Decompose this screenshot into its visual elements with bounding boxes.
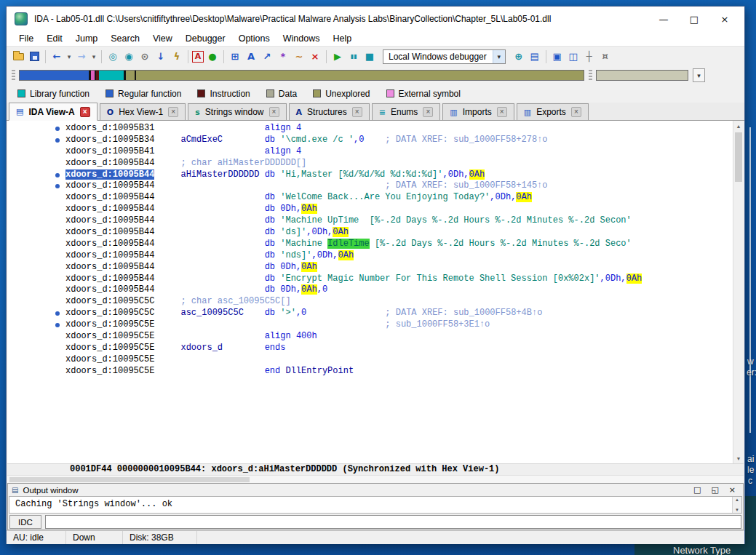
tab-close-icon[interactable]: × [168,107,178,117]
asm-address: xdoors_d:10095B44 [65,204,154,214]
navigation-band[interactable] [19,70,584,81]
undock-output-button[interactable]: ◱ [711,485,718,495]
search-binary-icon[interactable]: ◉ [122,49,136,64]
asm-line[interactable]: xdoors_d:10095C5E end DllEntryPoint [7,366,744,378]
band-dropdown-icon[interactable]: ▾ [693,68,705,82]
scroll-up-icon[interactable]: ▲ [735,498,739,502]
tab-ida-view-a[interactable]: ▤IDA View-A× [9,103,98,121]
idc-button[interactable]: IDC [9,515,41,529]
start-process-icon[interactable]: ▶ [330,49,345,64]
open-subviews-icon[interactable]: ▣ [550,49,565,64]
navigation-band-overview[interactable] [596,70,688,81]
delete-function-icon[interactable]: × [308,49,322,64]
asm-line[interactable]: xdoors_d:10095B44 db 0Dh,0Ah,0 [7,284,744,296]
navigate-back-dropdown-icon[interactable]: ▾ [65,49,73,64]
tab-close-icon[interactable]: × [571,107,581,117]
colors-icon[interactable]: ● [205,49,220,64]
menu-item-debugger[interactable]: Debugger [179,32,232,45]
attach-process-icon[interactable]: ⊕ [512,49,526,64]
tab-close-icon[interactable]: × [497,107,507,117]
asm-line[interactable]: xdoors_d:10095B44 db 'WelCome Back...Are… [7,192,744,204]
tab-hex-view-1[interactable]: OHex View-1× [100,103,186,120]
stop-process-icon[interactable]: ■ [362,49,377,64]
tab-enums[interactable]: ≡Enums× [372,103,441,120]
create-mark-icon[interactable]: * [276,49,290,64]
maximize-button[interactable]: □ [679,9,709,29]
tab-close-icon[interactable]: × [423,107,433,117]
command-input[interactable] [45,515,741,529]
combo-dropdown-icon[interactable]: ▾ [493,50,505,63]
menu-item-help[interactable]: Help [326,32,358,45]
asm-line[interactable]: xdoors_d:10095B41 align 4 [7,146,744,158]
maximize-output-button[interactable]: □ [693,485,701,495]
asm-line[interactable]: xdoors_d:10095B44 db 0Dh,0Ah [7,204,744,215]
asm-line[interactable]: xdoors_d:10095B44 db 'Encrypt Magic Numb… [7,273,744,285]
asm-line[interactable]: xdoors_d:10095B44 db 'nds]',0Dh,0Ah [7,250,744,262]
graph-view-icon[interactable]: ┼ [582,49,597,64]
scrollbar-thumb[interactable] [9,477,250,482]
take-snapshot-icon[interactable]: ▤ [528,49,542,64]
output-log[interactable]: Caching 'Strings window'... ok ▲ ▼ [9,496,742,514]
listing-vertical-scrollbar[interactable]: ▲ ▼ [733,121,744,463]
jump-next-icon[interactable]: ↓ [154,49,168,64]
options-icon[interactable]: ¤ [598,49,613,64]
navigate-forward-icon[interactable]: → [74,49,89,64]
tab-exports[interactable]: ▥Exports× [517,103,589,120]
patch-bytes-icon[interactable]: ~ [292,49,306,64]
output-scrollbar[interactable]: ▲ ▼ [732,497,741,513]
pause-process-icon[interactable]: ▮▮ [346,49,361,64]
save-file-icon[interactable] [27,49,41,64]
asm-line[interactable]: xdoors_d:10095B34 aCmdExeC db '\cmd.exe … [7,135,744,146]
asm-line[interactable]: xdoors_d:10095B44 db 0Dh,0Ah [7,262,744,273]
menu-item-file[interactable]: File [12,32,40,45]
disassembly-view[interactable]: xdoors_d:10095B31 align 4xdoors_d:10095B… [7,121,744,463]
drag-handle[interactable] [589,70,592,81]
asm-line[interactable]: xdoors_d:10095C5E ; sub_1000FF58+3E1↑o [7,319,744,331]
menu-item-view[interactable]: View [146,32,179,45]
scroll-up-icon[interactable]: ▲ [733,121,744,131]
menu-item-jump[interactable]: Jump [69,32,105,45]
create-segment-icon[interactable]: ⊞ [228,49,242,64]
asm-line[interactable]: xdoors_d:10095B31 align 4 [7,123,744,135]
open-file-icon[interactable] [11,49,25,64]
listing-horizontal-scrollbar[interactable] [7,475,744,483]
asm-line[interactable]: xdoors_d:10095B44 ; DATA XREF: sub_1000F… [7,180,744,192]
debugger-selector[interactable]: Local Windows debugger▾ [383,49,506,64]
menu-item-search[interactable]: Search [104,32,146,45]
navigate-back-icon[interactable]: ← [49,49,64,64]
scroll-down-icon[interactable]: ▼ [733,453,744,463]
tab-close-icon[interactable]: × [80,107,90,117]
menu-item-options[interactable]: Options [232,32,276,45]
tab-close-icon[interactable]: × [269,107,279,117]
asm-line[interactable]: xdoors_d:10095B44 db 'Machine UpTime [%-… [7,215,744,227]
asm-line[interactable]: xdoors_d:10095B44 ; char aHiMasterDDDDDD… [7,158,744,169]
search-text-icon[interactable]: ⊙ [138,49,152,64]
tile-windows-icon[interactable]: ◫ [566,49,581,64]
minimize-button[interactable]: — [648,9,679,29]
navigate-forward-dropdown-icon[interactable]: ▾ [90,49,98,64]
asm-line[interactable]: xdoors_d:10095C5E align 400h [7,331,744,343]
create-xref-icon[interactable]: ↗ [260,49,274,64]
asm-line[interactable]: xdoors_d:10095B44 db 'ds]',0Dh,0Ah [7,227,744,239]
drag-handle[interactable] [12,70,15,81]
asm-line[interactable]: xdoors_d:10095B44 db 'Machine IdleTime [… [7,239,744,250]
tab-imports[interactable]: ▥Imports× [442,103,514,120]
flashlight-icon[interactable]: ϟ [170,49,184,64]
asm-line[interactable]: xdoors_d:10095B44 aHiMasterDDDDDD db 'Hi… [7,169,744,181]
jump-to-address-icon[interactable]: ◎ [106,49,120,64]
tab-strings-window[interactable]: sStrings window× [188,103,286,120]
close-button[interactable]: × [709,9,740,29]
create-string-icon[interactable]: A [244,49,258,64]
tab-close-icon[interactable]: × [352,107,362,117]
asm-line[interactable]: xdoors_d:10095C5E [7,354,744,366]
close-output-button[interactable]: × [729,485,736,495]
asm-line[interactable]: xdoors_d:10095C5C asc_10095C5C db '>',0 … [7,308,744,319]
ascii-strings-icon[interactable]: A [192,51,204,63]
scrollbar-thumb[interactable] [735,132,742,182]
asm-line[interactable]: xdoors_d:10095C5E xdoors_d ends [7,343,744,354]
tab-structures[interactable]: AStructures× [289,103,370,120]
menu-item-edit[interactable]: Edit [40,32,69,45]
scroll-down-icon[interactable]: ▼ [735,508,739,512]
menu-item-windows[interactable]: Windows [276,32,327,45]
asm-line[interactable]: xdoors_d:10095C5C ; char asc_10095C5C[] [7,296,744,308]
